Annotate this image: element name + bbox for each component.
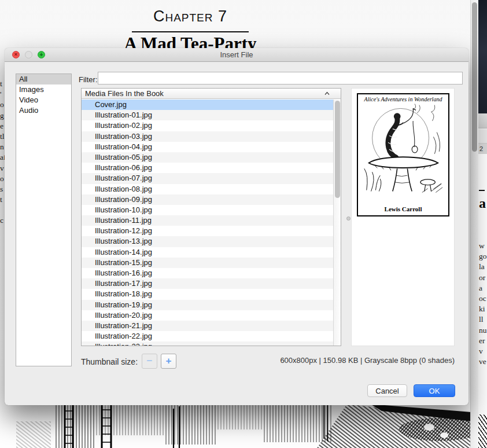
text-fragment: w: [479, 241, 487, 251]
screen: Chapter 7 A Mad Tea-Party t'ogetlnaivost…: [0, 0, 487, 448]
filter-input[interactable]: [98, 72, 463, 85]
cover-author: Lewis Carroll: [358, 205, 448, 212]
minus-icon: −: [147, 355, 153, 367]
preview-panel: Alice's Adventures in Wonderland: [351, 88, 455, 346]
text-fragment: or: [479, 273, 487, 283]
file-list-item[interactable]: Illustration-19.jpg: [82, 300, 333, 310]
text-fragment: ll: [479, 314, 487, 325]
file-list-item[interactable]: Illustration-13.jpg: [82, 236, 333, 247]
thumbnail-size-label: Thumbnail size:: [81, 355, 138, 368]
file-list-item[interactable]: Illustration-01.jpg: [82, 110, 333, 120]
file-list-rows: Cover.jpgIllustration-01.jpgIllustration…: [82, 100, 333, 346]
behind-page-rule: [479, 190, 485, 191]
chapter-rule: [132, 31, 249, 32]
file-list-item[interactable]: Cover.jpg: [82, 100, 333, 110]
insert-file-dialog: × + Insert File AllImagesVideoAudio Filt…: [5, 48, 468, 405]
chapter-heading: Chapter 7: [0, 8, 381, 25]
behind-page-text-fragments: wgolaoraockillnuervve: [479, 241, 487, 367]
file-list-item[interactable]: Illustration-02.jpg: [82, 120, 333, 131]
file-list-item[interactable]: Illustration-05.jpg: [82, 152, 333, 163]
media-file-list-header-label: Media Files In the Book: [85, 89, 164, 98]
file-list-item[interactable]: Illustration-15.jpg: [82, 258, 333, 268]
file-list-item[interactable]: Illustration-18.jpg: [82, 289, 333, 299]
file-list-item[interactable]: Illustration-04.jpg: [82, 142, 333, 152]
media-file-list: Media Files In the Book Cover.jpgIllustr…: [81, 88, 341, 346]
file-list-item[interactable]: Illustration-08.jpg: [82, 184, 333, 194]
category-item-images[interactable]: Images: [16, 85, 71, 95]
sort-ascending-icon: [324, 91, 330, 96]
file-list-item[interactable]: Illustration-03.jpg: [82, 131, 333, 142]
category-list: AllImagesVideoAudio: [16, 74, 72, 366]
text-fragment: oc: [479, 293, 487, 304]
filter-label: Filter:: [79, 74, 98, 86]
file-list-item[interactable]: Illustration-22.jpg: [82, 331, 333, 341]
ok-button[interactable]: OK: [414, 384, 455, 397]
file-list-item[interactable]: Illustration-12.jpg: [82, 226, 333, 236]
window-scrollbar[interactable]: [470, 0, 478, 448]
file-list-item[interactable]: Illustration-20.jpg: [82, 310, 333, 321]
plus-icon: +: [166, 355, 172, 367]
behind-window-tab-fragment: 2: [478, 144, 487, 154]
file-list-item[interactable]: Illustration-17.jpg: [82, 278, 333, 289]
tea-party-etching: [0, 404, 471, 448]
cover-illustration: [360, 102, 447, 195]
file-list-item[interactable]: Illustration-16.jpg: [82, 268, 333, 278]
cover-title: Alice's Adventures in Wonderland: [358, 96, 448, 102]
desktop-edge-strip: 2 a wgolaoraockillnuervve: [478, 0, 487, 448]
text-fragment: a: [479, 283, 487, 293]
file-list-item[interactable]: Illustration-07.jpg: [82, 173, 333, 183]
file-list-item[interactable]: Illustration-10.jpg: [82, 205, 333, 215]
file-list-item[interactable]: Illustration-23.jpg: [82, 341, 333, 346]
text-fragment: er: [479, 336, 487, 346]
thumbnail-decrease-button[interactable]: −: [142, 354, 157, 369]
media-file-list-header[interactable]: Media Files In the Book: [82, 89, 341, 99]
window-scrollbar-thumb[interactable]: [472, 2, 477, 152]
thumbnail-increase-button[interactable]: +: [161, 354, 176, 369]
file-list-scrollbar-thumb[interactable]: [335, 101, 340, 198]
file-list-item[interactable]: Illustration-09.jpg: [82, 194, 333, 205]
file-list-item[interactable]: Illustration-21.jpg: [82, 321, 333, 331]
category-item-all[interactable]: All: [16, 74, 71, 85]
category-item-video[interactable]: Video: [16, 95, 71, 105]
dialog-titlebar[interactable]: × + Insert File: [5, 48, 468, 62]
splitter-handle[interactable]: [346, 216, 351, 221]
file-list-scrollbar[interactable]: [333, 100, 341, 346]
file-list-item[interactable]: Illustration-14.jpg: [82, 247, 333, 258]
file-list-item[interactable]: Illustration-11.jpg: [82, 215, 333, 226]
image-info-status: 600x800px | 150.98 KB | Grayscale 8bpp (…: [280, 356, 455, 365]
cancel-button[interactable]: Cancel: [367, 384, 407, 397]
behind-window-page: a wgolaoraockillnuervve: [478, 154, 487, 448]
text-fragment: v: [479, 346, 487, 357]
behind-window-toolbar-fragment: [478, 113, 487, 128]
text-fragment: ki: [479, 304, 487, 314]
category-item-audio[interactable]: Audio: [16, 105, 71, 116]
desktop-wallpaper-fragment: [478, 0, 487, 113]
text-fragment: la: [479, 262, 487, 272]
behind-window-toolbar-fragment2: [478, 129, 487, 144]
behind-page-heading-fragment: a: [479, 196, 486, 211]
dialog-title: Insert File: [5, 48, 468, 62]
behind-page-etching-fragment: [478, 414, 487, 448]
text-fragment: go: [479, 251, 487, 262]
text-fragment: ve: [479, 357, 487, 367]
file-list-item[interactable]: Illustration-06.jpg: [82, 163, 333, 173]
cover-preview: Alice's Adventures in Wonderland: [357, 93, 449, 216]
text-fragment: nu: [479, 325, 487, 336]
